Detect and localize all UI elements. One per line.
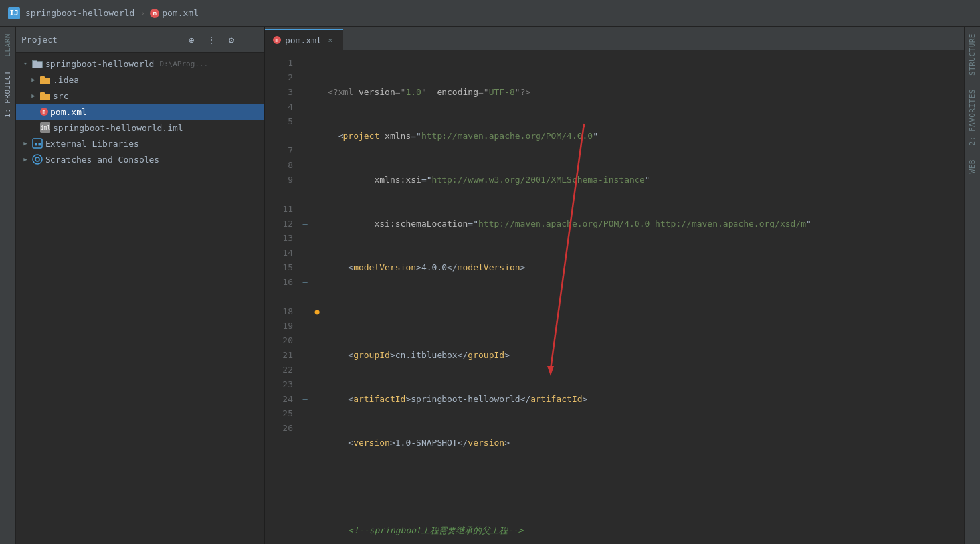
iml-icon: iml (40, 122, 50, 133)
svg-rect-3 (33, 61, 37, 63)
warn-gutter: ● (312, 50, 322, 544)
warn-icon-18: ● (312, 304, 322, 319)
gutter-14 (298, 246, 312, 260)
tab-favorites[interactable]: 2: Favorites (965, 82, 979, 152)
code-line-7: <groupId>cn.itbluebox</groupId> (328, 348, 964, 363)
src-label: src (53, 91, 68, 101)
tree-item-pom[interactable]: m pom.xml (16, 104, 264, 120)
project-title: Project (21, 35, 179, 45)
project-name: springboot-helloworld (25, 8, 134, 18)
gutter-5 (298, 114, 312, 129)
minimize-button[interactable]: — (243, 32, 259, 48)
editor-area: m pom.xml × 1 2 3 4 5 7 8 (265, 27, 964, 544)
code-line-1: <?xml version="1.0" encoding="UTF-8"?> (328, 85, 964, 100)
svg-point-11 (35, 157, 39, 161)
arrow-right-icon: ▶ (29, 76, 37, 84)
title-file: m pom.xml (150, 8, 199, 18)
title-separator: › (140, 8, 145, 18)
editor-content: 1 2 3 4 5 7 8 9 11 12 13 14 15 16 18 19 … (265, 50, 964, 544)
gutter-26 (298, 421, 312, 436)
arrow-right-ext-icon: ▶ (21, 139, 29, 147)
code-line-10 (328, 480, 964, 494)
code-line-11: <!--springboot工程需要继承的父工程--> (328, 523, 964, 538)
gutter-1 (298, 56, 312, 70)
project-panel: Project ⊕ ⋮ ⚙ — ▾ springboot-helloworld … (16, 27, 265, 544)
gutter-8 (298, 158, 312, 173)
project-tree: ▾ springboot-helloworld D:\AProg... ▶ .i… (16, 53, 264, 544)
code-content[interactable]: <?xml version="1.0" encoding="UTF-8"?> <… (322, 50, 964, 544)
gutter-13 (298, 231, 312, 246)
gutter-3 (298, 85, 312, 100)
maven-icon-tree: m (40, 108, 48, 116)
project-toolbar: Project ⊕ ⋮ ⚙ — (16, 27, 264, 53)
tree-item-root[interactable]: ▾ springboot-helloworld D:\AProg... (16, 56, 264, 72)
gutter: — — — — — — (298, 50, 312, 544)
layout-button[interactable]: ⋮ (203, 32, 219, 48)
ext-lib-icon: ▪▪ (32, 138, 43, 149)
tree-item-src[interactable]: ▶ src (16, 88, 264, 104)
gutter-6 (298, 129, 312, 143)
gutter-15 (298, 260, 312, 275)
gutter-20[interactable]: — (298, 333, 312, 348)
folder-icon-src (40, 90, 50, 101)
arrow-right-src-icon: ▶ (29, 92, 37, 100)
gutter-22 (298, 363, 312, 377)
gutter-16[interactable]: — (298, 275, 312, 290)
root-path: D:\AProg... (159, 60, 208, 68)
code-line-2: <project xmlns="http://maven.apache.org/… (328, 129, 964, 143)
scratches-label: Scratches and Consoles (45, 155, 159, 165)
gutter-11 (298, 202, 312, 217)
maven-icon-title: m (150, 9, 159, 18)
gutter-25 (298, 407, 312, 421)
folder-icon-idea (40, 74, 50, 85)
gutter-18[interactable]: — (298, 304, 312, 319)
tree-item-scratches[interactable]: ▶ Scratches and Consoles (16, 151, 264, 167)
scratches-icon (32, 154, 43, 165)
tree-item-idea[interactable]: ▶ .idea (16, 72, 264, 88)
gutter-9 (298, 173, 312, 187)
svg-point-10 (33, 155, 42, 164)
right-vertical-tabs: Structure 2: Favorites Web (964, 27, 980, 544)
arrow-down-icon: ▾ (21, 60, 29, 68)
title-filename: pom.xml (162, 8, 199, 18)
gutter-7 (298, 143, 312, 158)
gutter-17 (298, 290, 312, 304)
title-bar: IJ springboot-helloworld › m pom.xml (0, 0, 980, 27)
gutter-21 (298, 348, 312, 363)
tab-project[interactable]: 1: Project (1, 64, 15, 124)
svg-text:▪▪: ▪▪ (34, 141, 41, 147)
tab-learn[interactable]: Learn (1, 27, 15, 64)
add-button[interactable]: ⊕ (183, 32, 199, 48)
tab-label: pom.xml (285, 35, 322, 45)
svg-rect-7 (40, 92, 45, 95)
settings-button[interactable]: ⚙ (223, 32, 239, 48)
code-line-6 (328, 304, 964, 319)
code-line-5: <modelVersion>4.0.0</modelVersion> (328, 260, 964, 275)
gutter-23[interactable]: — (298, 377, 312, 392)
ext-lib-label: External Libraries (45, 139, 139, 149)
tab-bar: m pom.xml × (265, 27, 964, 50)
tab-close-button[interactable]: × (326, 35, 335, 45)
gutter-24[interactable]: — (298, 392, 312, 407)
project-folder-icon (32, 58, 43, 69)
tree-item-ext-lib[interactable]: ▶ ▪▪ External Libraries (16, 136, 264, 151)
app-icon: IJ (8, 7, 20, 19)
tab-structure[interactable]: Structure (965, 27, 979, 82)
idea-label: .idea (53, 75, 79, 85)
iml-label: springboot-helloworld.iml (53, 123, 183, 133)
svg-rect-5 (40, 76, 45, 79)
tab-maven-icon: m (273, 36, 281, 44)
code-line-8: <artifactId>springboot-helloworld</artif… (328, 392, 964, 407)
left-vertical-tabs: Learn 1: Project (0, 27, 16, 544)
tab-web[interactable]: Web (965, 153, 979, 180)
gutter-4 (298, 100, 312, 114)
gutter-2 (298, 70, 312, 85)
gutter-12[interactable]: — (298, 217, 312, 231)
gutter-19 (298, 319, 312, 333)
tree-item-iml[interactable]: iml springboot-helloworld.iml (16, 120, 264, 136)
arrow-right-scratches-icon: ▶ (21, 155, 29, 163)
pom-label: pom.xml (50, 107, 87, 117)
gutter-10 (298, 187, 312, 202)
editor-tab-pom[interactable]: m pom.xml × (265, 29, 343, 50)
line-numbers: 1 2 3 4 5 7 8 9 11 12 13 14 15 16 18 19 … (265, 50, 298, 544)
